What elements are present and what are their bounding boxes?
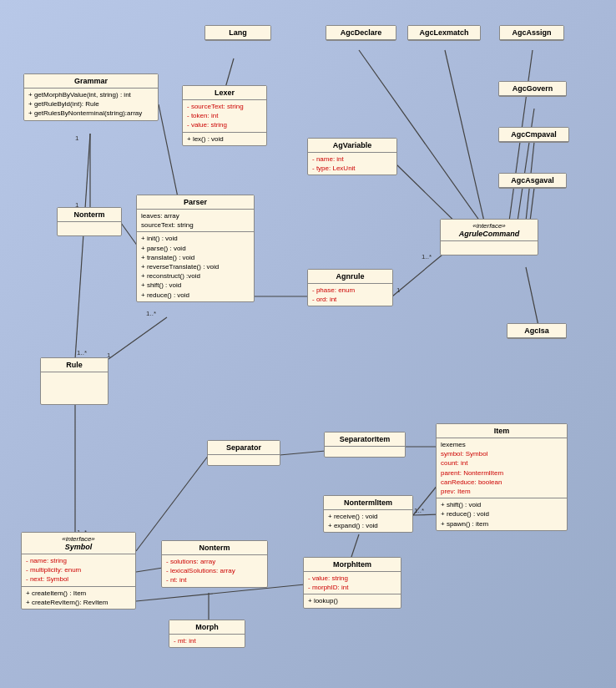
separator-empty — [208, 455, 280, 465]
morphitem-box: MorphItem - value: string - morphID: int… — [303, 557, 401, 609]
agvariable-box: AgVariable - name: int - type: LexUnit — [307, 138, 397, 175]
agrulecommand-stereotype: «interface» — [445, 222, 533, 230]
nonterm-top-empty — [58, 222, 121, 235]
morphitem-label: MorphItem — [333, 560, 371, 569]
agvariable-label: AgVariable — [333, 141, 372, 149]
svg-line-30 — [413, 484, 438, 515]
item-box: Item lexemes symbol: Symbol count: int p… — [436, 423, 568, 531]
parser-methods: + init() : void + parse() : void + trans… — [137, 232, 254, 301]
lexer-header: Lexer — [183, 86, 266, 100]
nonterm-top-header: Nonterm — [58, 208, 121, 222]
agcassign-header: AgcAssign — [500, 26, 563, 40]
agcisa-label: AgcIsa — [524, 326, 549, 335]
svg-text:1..*: 1..* — [414, 507, 424, 514]
svg-line-17 — [359, 50, 480, 221]
lexer-box: Lexer - sourceText: string - token: int … — [182, 85, 267, 146]
svg-line-4 — [75, 134, 90, 359]
separator-box: Separator — [207, 440, 280, 466]
separatoritem-box: SeparatorItem — [324, 432, 406, 458]
lexer-attrs: - sourceText: string - token: int - valu… — [183, 100, 266, 133]
agclexmatch-box: AgcLexmatch — [407, 25, 481, 41]
agnrule-label: Agnrule — [336, 272, 364, 281]
morph-attrs: - mt: int — [169, 635, 245, 647]
svg-text:1..*: 1..* — [422, 253, 432, 261]
svg-line-18 — [445, 50, 484, 221]
parser-box: Parser leaves: array sourceText: string … — [136, 195, 255, 302]
grammar-header: Grammar — [24, 74, 158, 89]
agrulecommand-box: «interface» AgruleCommand — [440, 219, 538, 255]
symbol-methods: + createItem() : Item + createRevItem():… — [22, 587, 135, 609]
agccmpaval-label: AgcCmpaval — [511, 130, 557, 139]
symbol-attrs: - name: string - multiplicity: enum - ne… — [22, 554, 135, 587]
parser-attrs: leaves: array sourceText: string — [137, 210, 254, 232]
svg-text:1..*: 1..* — [146, 310, 156, 317]
symbol-label: Symbol — [65, 543, 93, 551]
svg-line-6 — [109, 317, 167, 359]
svg-line-28 — [280, 451, 326, 455]
svg-line-24 — [392, 255, 442, 296]
nontermitem-methods: + receive() : void + expand() : void — [324, 510, 412, 532]
svg-text:1: 1 — [75, 134, 79, 142]
svg-line-32 — [351, 534, 359, 559]
svg-line-22 — [530, 188, 534, 221]
agccmpaval-box: AgcCmpaval — [498, 127, 569, 143]
svg-text:1: 1 — [396, 286, 401, 294]
nonterm-top-box: Nonterm — [57, 207, 122, 236]
rule-box: Rule — [40, 357, 109, 405]
agcassign-label: AgcAssign — [512, 28, 551, 37]
rule-empty — [41, 372, 108, 404]
rule-label: Rule — [66, 361, 83, 369]
morphitem-header: MorphItem — [304, 558, 401, 572]
agcdeclare-box: AgcDeclare — [326, 25, 396, 41]
agnrule-header: Agnrule — [308, 270, 392, 284]
agcassign-box: AgcAssign — [499, 25, 564, 41]
separator-label: Separator — [226, 443, 261, 452]
parser-header: Parser — [137, 195, 254, 210]
morphitem-methods: + lookup() — [304, 594, 401, 607]
svg-line-15 — [225, 58, 234, 88]
svg-line-14 — [121, 223, 138, 246]
agcasgaval-header: AgcAsgaval — [499, 174, 566, 188]
agcgovern-label: AgcGovern — [512, 84, 553, 93]
symbol-stereotype: «interface» — [26, 535, 131, 543]
morph-label: Morph — [195, 623, 219, 631]
item-attrs: lexemes symbol: Symbol count: int parent… — [437, 438, 567, 498]
nonterm-bottom-attrs: - solutions: array - lexicalSolutions: a… — [162, 555, 267, 587]
nonterm-bottom-label: Nonterm — [199, 544, 230, 552]
lexer-label: Lexer — [215, 89, 235, 97]
agnrule-box: Agnrule - phase: enum - ord: int — [307, 269, 393, 306]
grammar-label: Grammar — [74, 77, 108, 85]
agrulecommand-empty — [441, 241, 538, 255]
lang-box: Lang — [204, 25, 271, 41]
grammar-methods: + getMorphByValue(int, string) : int + g… — [24, 89, 158, 120]
svg-text:1..*: 1..* — [77, 349, 87, 357]
nontermitem-box: NontermlItem + receive() : void + expand… — [323, 495, 413, 533]
nonterm-bottom-box: Nonterm - solutions: array - lexicalSolu… — [161, 540, 268, 588]
agcdeclare-label: AgcDeclare — [341, 28, 382, 37]
agcdeclare-header: AgcDeclare — [326, 26, 396, 40]
separatoritem-label: SeparatorItem — [340, 435, 391, 443]
item-methods: + shift() : void + reduce() : void + spa… — [437, 498, 567, 530]
lang-label: Lang — [229, 28, 247, 37]
symbol-header: «interface» Symbol — [22, 533, 135, 554]
agcgovern-box: AgcGovern — [498, 81, 567, 97]
lexer-methods: + lex() : void — [183, 133, 266, 145]
agvariable-header: AgVariable — [308, 139, 396, 153]
agcasgaval-label: AgcAsgaval — [511, 176, 554, 185]
agcisa-header: AgcIsa — [507, 324, 566, 338]
agnrule-attrs: - phase: enum - ord: int — [308, 284, 392, 306]
nonterm-top-label: Nonterm — [73, 210, 104, 219]
nontermitem-header: NontermlItem — [324, 496, 412, 510]
agcasgaval-box: AgcAsgaval — [498, 173, 567, 189]
symbol-box: «interface» Symbol - name: string - mult… — [21, 532, 136, 610]
agrulecommand-header: «interface» AgruleCommand — [441, 220, 538, 241]
agccmpaval-header: AgcCmpaval — [499, 128, 568, 142]
morphitem-attrs: - value: string - morphID: int — [304, 572, 401, 594]
agclexmatch-header: AgcLexmatch — [408, 26, 480, 40]
svg-line-23 — [526, 267, 538, 326]
separator-header: Separator — [208, 441, 280, 455]
agrulecommand-label: AgruleCommand — [459, 230, 520, 238]
nonterm-bottom-header: Nonterm — [162, 541, 267, 555]
item-header: Item — [437, 424, 567, 438]
lang-header: Lang — [205, 26, 270, 40]
